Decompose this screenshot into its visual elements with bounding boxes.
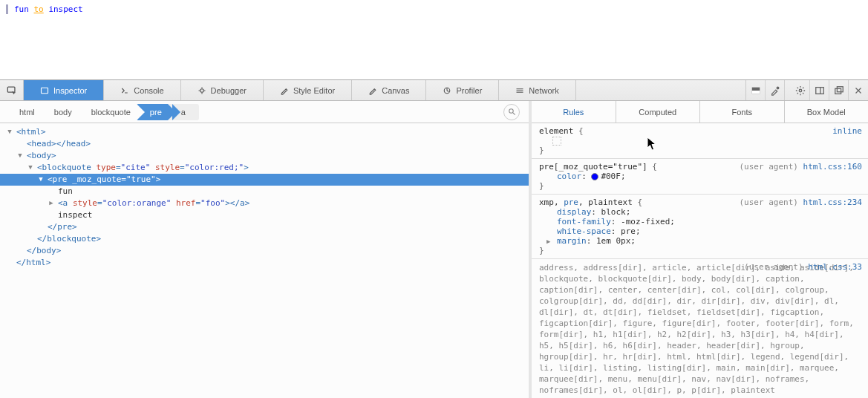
tab-profiler-label: Profiler <box>456 86 482 95</box>
toolbar-right <box>746 80 868 100</box>
decl-white-space[interactable]: white-space: pre; <box>539 226 862 236</box>
rule-block-elements[interactable]: (user agent) html.css:33 address, addres… <box>532 259 868 398</box>
markup-tree[interactable]: <html> <head></head> <body> <b <box>0 123 529 398</box>
tab-profiler[interactable]: Profiler <box>426 80 499 100</box>
node-pre[interactable]: <pre _moz_quote="true"> fun <box>37 174 523 221</box>
node-html-close[interactable]: </html> <box>6 257 523 269</box>
rule-element[interactable]: inline element { } <box>532 123 868 159</box>
tab-inspector-label: Inspector <box>53 86 87 95</box>
decl-font-family[interactable]: font-family: -moz-fixed; <box>539 217 862 226</box>
tab-inspector[interactable]: Inspector <box>24 80 104 100</box>
close-devtools-button[interactable] <box>849 80 868 100</box>
node-html[interactable]: <html> <head></head> <body> <b <box>6 126 523 257</box>
color-swatch[interactable] <box>591 173 598 180</box>
inspector-icon <box>40 86 49 95</box>
crumb-html[interactable]: html <box>6 104 45 120</box>
rules-body[interactable]: inline element { } (user agent) html.css… <box>532 123 868 398</box>
devtools-toolbar: Inspector Console Debugger Style Editor … <box>0 80 868 101</box>
decl-color[interactable]: color: #00F; <box>539 172 862 181</box>
undock-button[interactable] <box>829 80 849 100</box>
network-icon <box>515 86 524 95</box>
canvas-icon <box>368 86 377 95</box>
node-pre-close[interactable]: </pre> <box>37 221 523 233</box>
decl-margin[interactable]: ▶margin: 1em 0px; <box>539 236 862 246</box>
crumb-body[interactable]: body <box>41 104 82 120</box>
crumb-pre[interactable]: pre <box>137 104 172 120</box>
twisty-icon[interactable] <box>6 128 13 135</box>
rules-tab-fonts[interactable]: Fonts <box>700 101 785 123</box>
twisty-icon[interactable] <box>37 175 45 183</box>
rule-source-link[interactable]: inline <box>832 126 862 136</box>
tab-style-editor[interactable]: Style Editor <box>264 80 352 100</box>
twisty-icon[interactable] <box>27 163 34 171</box>
tab-console[interactable]: Console <box>104 80 180 100</box>
svg-rect-5 <box>751 91 760 94</box>
tab-style-editor-label: Style Editor <box>293 86 335 95</box>
svg-rect-0 <box>7 87 15 92</box>
node-blockquote[interactable]: <blockquote type="cite" style="color:red… <box>27 162 523 233</box>
rules-tabs: Rules Computed Fonts Box Model <box>532 101 868 123</box>
textnode-fun[interactable]: fun <box>48 186 523 198</box>
settings-button[interactable] <box>791 80 810 100</box>
node-body-close[interactable]: </body> <box>16 245 523 257</box>
node-a[interactable]: <a style="color:orange" href="foo"></a> <box>48 198 523 209</box>
rule-pre-mozquote[interactable]: (user agent) html.css:160 pre[_moz_quote… <box>532 159 868 195</box>
rules-tab-rules[interactable]: Rules <box>532 101 616 123</box>
search-icon <box>508 108 516 116</box>
tab-debugger[interactable]: Debugger <box>181 80 264 100</box>
crumb-blockquote[interactable]: blockquote <box>78 104 141 120</box>
svg-point-2 <box>200 88 203 92</box>
rule-source-link[interactable]: html.css:33 <box>808 262 862 272</box>
devtools: Inspector Console Debugger Style Editor … <box>0 80 868 398</box>
svg-point-7 <box>799 89 802 92</box>
rule-source-link[interactable]: html.css:160 <box>803 162 862 172</box>
tab-debugger-label: Debugger <box>211 86 247 95</box>
pick-element-icon <box>7 85 17 96</box>
rule-selector: address, address[dir], article, article[… <box>539 262 862 396</box>
tab-canvas[interactable]: Canvas <box>352 80 426 100</box>
node-body[interactable]: <body> <blockquote type="cite" style="co… <box>16 150 523 245</box>
twisty-icon[interactable] <box>48 199 55 206</box>
rule-source-link[interactable]: html.css:234 <box>803 198 862 207</box>
dock-side-button[interactable] <box>810 80 829 100</box>
debugger-icon <box>198 86 206 95</box>
style-editor-icon <box>280 86 289 95</box>
svg-point-6 <box>777 87 779 89</box>
textnode-inspect[interactable]: inspect <box>48 209 523 221</box>
node-blockquote-close[interactable]: </blockquote> <box>27 233 523 245</box>
profiler-icon <box>443 86 451 95</box>
split-console-button[interactable] <box>746 80 766 100</box>
tab-network-label: Network <box>529 86 558 95</box>
rule-xmp-pre-plaintext[interactable]: (user agent) html.css:234 xmp, pre, plai… <box>532 195 868 259</box>
rules-tab-computed[interactable]: Computed <box>616 101 701 123</box>
tab-canvas-label: Canvas <box>382 86 409 95</box>
console-icon <box>120 86 129 95</box>
markup-search-button[interactable] <box>503 104 520 120</box>
text-fun: fun <box>14 4 29 14</box>
node-head[interactable]: <head></head> <box>16 138 523 150</box>
rules-tab-boxmodel[interactable]: Box Model <box>785 101 869 123</box>
svg-rect-1 <box>42 88 48 94</box>
svg-rect-11 <box>837 86 843 91</box>
breadcrumbs-bar: html body blockquote pre a <box>0 101 529 123</box>
eyedropper-button[interactable] <box>766 80 785 100</box>
svg-rect-10 <box>835 88 841 94</box>
twisty-icon[interactable] <box>16 151 24 159</box>
pick-element-button[interactable] <box>0 80 24 100</box>
svg-rect-8 <box>815 87 823 94</box>
add-declaration-button[interactable] <box>552 137 561 146</box>
pre-line: fun to inspect <box>6 4 862 14</box>
page-content: fun to inspect <box>0 0 868 80</box>
link-to[interactable]: to <box>34 4 44 14</box>
twisty-icon[interactable]: ▶ <box>546 238 550 245</box>
text-inspect: inspect <box>48 4 82 14</box>
svg-point-12 <box>509 109 513 114</box>
tab-console-label: Console <box>134 86 163 95</box>
decl-display[interactable]: display: block; <box>539 207 862 217</box>
tab-network[interactable]: Network <box>499 80 575 100</box>
